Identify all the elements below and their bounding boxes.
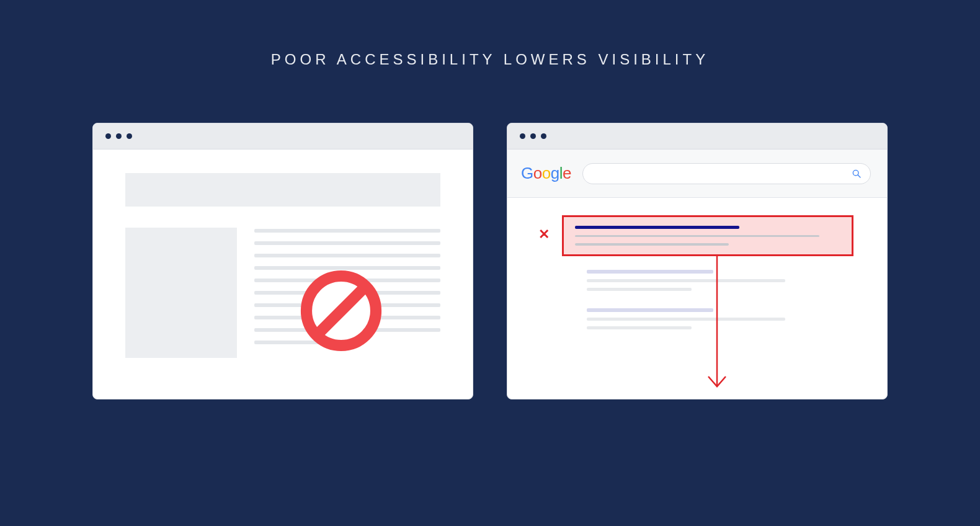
window-control-dot <box>520 133 525 139</box>
result-title-placeholder <box>575 226 739 229</box>
window-control-dot <box>530 133 536 139</box>
result-desc-placeholder <box>587 288 692 291</box>
search-results-area: ✕ <box>507 198 887 399</box>
other-results-group <box>587 270 862 329</box>
browser-titlebar <box>507 123 887 149</box>
result-desc-placeholder <box>587 326 692 329</box>
text-line <box>254 229 440 233</box>
window-control-dot <box>105 133 111 139</box>
search-result <box>587 270 862 291</box>
prohibited-icon <box>298 267 385 354</box>
window-control-dot <box>127 133 132 139</box>
browser-window-inaccessible-site <box>92 123 473 399</box>
diagram-panels: Google ✕ <box>0 123 980 399</box>
result-desc-placeholder <box>587 318 785 321</box>
hero-placeholder <box>125 173 440 207</box>
image-placeholder <box>125 228 237 358</box>
window-control-dot <box>541 133 546 139</box>
result-title-placeholder <box>587 308 713 312</box>
rejected-x-icon: ✕ <box>538 226 550 243</box>
browser-titlebar <box>93 123 473 149</box>
google-logo: Google <box>521 164 571 183</box>
page-content-mock <box>93 149 473 399</box>
result-title-placeholder <box>587 270 713 274</box>
diagram-title: POOR ACCESSIBILITY LOWERS VISIBILITY <box>0 0 980 68</box>
search-input[interactable] <box>582 163 871 184</box>
browser-window-search-results: Google ✕ <box>507 123 888 399</box>
text-line <box>254 241 440 245</box>
window-control-dot <box>116 133 122 139</box>
svg-line-3 <box>858 175 860 177</box>
result-desc-placeholder <box>575 235 819 238</box>
search-icon <box>852 169 862 179</box>
search-header: Google <box>507 149 887 198</box>
penalized-search-result <box>562 215 853 256</box>
result-desc-placeholder <box>575 243 729 246</box>
result-desc-placeholder <box>587 279 785 282</box>
text-line <box>254 254 440 257</box>
search-result <box>587 308 862 329</box>
